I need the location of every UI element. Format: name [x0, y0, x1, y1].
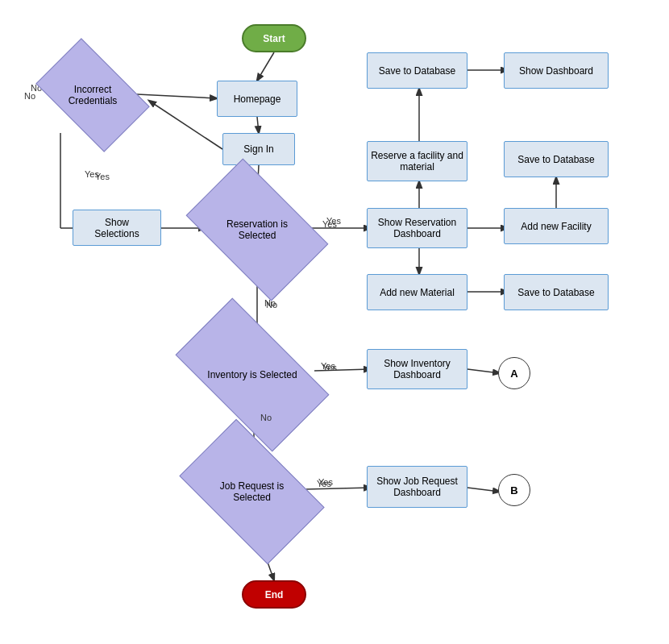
incorrect-credentials-node: Incorrect Credentials — [44, 63, 141, 127]
save-to-db-3-node: Save to Database — [504, 274, 609, 310]
no-label-1: No — [24, 91, 35, 101]
flowchart: No Yes Yes No Yes No Yes Start Homepage … — [0, 0, 669, 644]
svg-line-21 — [467, 488, 500, 492]
yes-label-2: Yes — [322, 219, 337, 229]
homepage-node: Homepage — [217, 81, 297, 117]
save-to-db-2-node: Save to Database — [504, 141, 609, 177]
show-reservation-dashboard-node: Show Reservation Dashboard — [367, 208, 467, 248]
svg-line-0 — [257, 52, 274, 81]
circle-b-node: B — [498, 474, 530, 506]
svg-line-6 — [149, 101, 222, 149]
show-job-request-dashboard-node: Show Job Request Dashboard — [367, 466, 467, 508]
svg-line-1 — [257, 117, 259, 133]
job-request-selected-node: Job Request is Selected — [189, 451, 314, 532]
reservation-selected-node: Reservation is Selected — [197, 189, 318, 270]
add-new-material-node: Add new Material — [367, 274, 467, 310]
inventory-selected-node: Inventory is Selected — [184, 334, 321, 415]
yes-label-3: Yes — [322, 363, 337, 372]
svg-line-18 — [467, 369, 500, 373]
start-node: Start — [242, 24, 306, 52]
yes-label-1: Yes — [95, 172, 110, 181]
no-label-3: No — [260, 413, 272, 422]
svg-line-20 — [305, 488, 371, 489]
signin-node: Sign In — [222, 133, 295, 165]
yes-label-4: Yes — [317, 479, 331, 488]
no-label-2: No — [264, 298, 276, 308]
add-new-facility-node: Add new Facility — [504, 208, 609, 244]
save-to-db-1-node: Save to Database — [367, 52, 467, 89]
show-selections-node: Show Selections — [73, 210, 161, 246]
reserve-facility-node: Reserve a facility and material — [367, 141, 467, 181]
circle-a-node: A — [498, 357, 530, 389]
show-inventory-dashboard-node: Show Inventory Dashboard — [367, 349, 467, 389]
end-node: End — [242, 580, 306, 609]
show-dashboard-node: Show Dashboard — [504, 52, 609, 89]
